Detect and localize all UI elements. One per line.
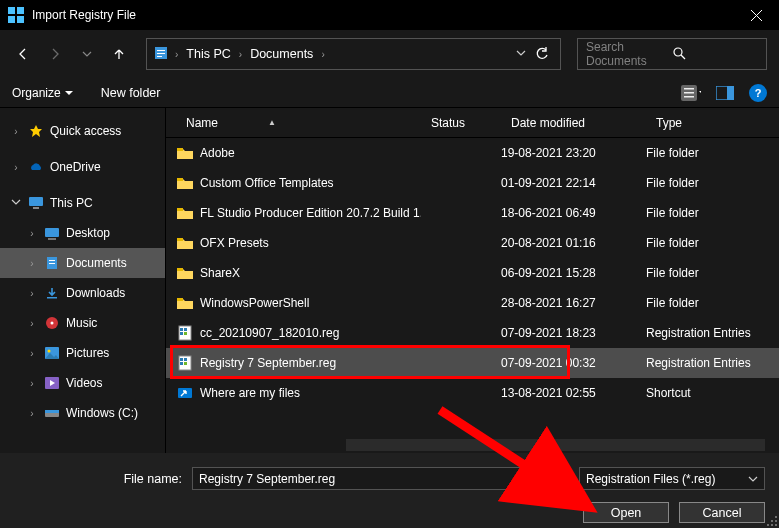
file-type: Registration Entries <box>646 326 779 340</box>
tree-pictures[interactable]: › Pictures <box>0 338 165 368</box>
tree-desktop[interactable]: › Desktop <box>0 218 165 248</box>
refresh-button[interactable] <box>530 47 554 61</box>
tree-label: Videos <box>66 376 102 390</box>
svg-rect-20 <box>45 228 59 237</box>
svg-rect-35 <box>177 208 183 211</box>
file-row[interactable]: OFX Presets20-08-2021 01:16File folder <box>166 228 779 258</box>
forward-button[interactable] <box>44 43 66 65</box>
star-icon <box>28 123 44 139</box>
chevron-down-icon[interactable] <box>552 474 562 484</box>
address-dropdown[interactable] <box>516 47 526 61</box>
view-mode-button[interactable] <box>681 83 701 103</box>
breadcrumb-documents[interactable]: Documents <box>248 47 315 61</box>
file-type: File folder <box>646 176 779 190</box>
title-bar: Import Registry File <box>0 0 779 30</box>
tree-quick-access[interactable]: › Quick access <box>0 116 165 146</box>
file-type-filter[interactable]: Registration Files (*.reg) <box>579 467 765 490</box>
videos-icon <box>44 375 60 391</box>
tree-music[interactable]: › Music <box>0 308 165 338</box>
file-date: 01-09-2021 22:14 <box>501 176 646 190</box>
main-area: › Quick access › OneDrive This PC › Desk… <box>0 108 779 453</box>
file-row[interactable]: Registry 7 September.reg07-09-2021 00:32… <box>166 348 779 378</box>
chevron-down-icon[interactable] <box>748 474 758 484</box>
desktop-icon <box>44 225 60 241</box>
svg-rect-18 <box>29 197 43 206</box>
tree-windows-c[interactable]: › Windows (C:) <box>0 398 165 428</box>
help-button[interactable]: ? <box>749 84 767 102</box>
tree-this-pc[interactable]: This PC <box>0 188 165 218</box>
resize-grip[interactable] <box>766 515 778 527</box>
file-date: 28-08-2021 16:27 <box>501 296 646 310</box>
file-list[interactable]: Name▲ Status Date modified Type Adobe19-… <box>166 108 779 453</box>
tree-videos[interactable]: › Videos <box>0 368 165 398</box>
navigation-tree[interactable]: › Quick access › OneDrive This PC › Desk… <box>0 108 166 453</box>
svg-rect-37 <box>177 268 183 271</box>
file-type: File folder <box>646 206 779 220</box>
filename-input[interactable]: Registry 7 September.reg <box>192 467 569 490</box>
reg-icon <box>176 324 194 342</box>
chevron-right-icon[interactable]: › <box>10 162 22 173</box>
horizontal-scrollbar[interactable] <box>346 439 765 451</box>
svg-rect-47 <box>180 358 183 361</box>
tree-downloads[interactable]: › Downloads <box>0 278 165 308</box>
reg-icon <box>176 354 194 372</box>
recent-dropdown[interactable] <box>76 43 98 65</box>
up-button[interactable] <box>108 43 130 65</box>
column-headers[interactable]: Name▲ Status Date modified Type <box>166 108 779 138</box>
folder-icon <box>176 234 194 252</box>
shortcut-icon <box>176 384 194 402</box>
col-type[interactable]: Type <box>656 116 779 130</box>
file-row[interactable]: Adobe19-08-2021 23:20File folder <box>166 138 779 168</box>
tree-label: Quick access <box>50 124 121 138</box>
breadcrumb-this-pc[interactable]: This PC <box>184 47 232 61</box>
folder-icon <box>176 204 194 222</box>
svg-rect-2 <box>8 16 15 23</box>
chevron-down-icon[interactable] <box>10 197 22 209</box>
pc-icon <box>28 195 44 211</box>
close-button[interactable] <box>733 0 779 30</box>
chevron-right-icon[interactable]: › <box>10 126 22 137</box>
file-row[interactable]: Custom Office Templates01-09-2021 22:14F… <box>166 168 779 198</box>
file-row[interactable]: ShareX06-09-2021 15:28File folder <box>166 258 779 288</box>
file-row[interactable]: WindowsPowerShell28-08-2021 16:27File fo… <box>166 288 779 318</box>
file-date: 07-09-2021 18:23 <box>501 326 646 340</box>
search-icon <box>672 46 758 63</box>
drive-icon <box>44 405 60 421</box>
chevron-right-icon[interactable]: › <box>237 49 244 60</box>
file-row[interactable]: Where are my files13-08-2021 02:55Shortc… <box>166 378 779 408</box>
svg-point-29 <box>48 350 51 353</box>
preview-pane-button[interactable] <box>715 83 735 103</box>
folder-icon <box>176 294 194 312</box>
svg-rect-49 <box>180 362 183 365</box>
svg-rect-15 <box>684 96 694 98</box>
chevron-right-icon[interactable]: › <box>173 49 180 60</box>
tree-documents[interactable]: › Documents <box>0 248 165 278</box>
search-input[interactable]: Search Documents <box>577 38 767 70</box>
col-status[interactable]: Status <box>431 116 511 130</box>
svg-point-10 <box>674 48 682 56</box>
music-icon <box>44 315 60 331</box>
col-name[interactable]: Name <box>186 116 218 130</box>
close-icon <box>751 10 762 21</box>
cancel-button[interactable]: Cancel <box>679 502 765 523</box>
svg-point-56 <box>767 524 769 526</box>
back-button[interactable] <box>12 43 34 65</box>
chevron-right-icon[interactable]: › <box>319 49 326 60</box>
file-name: Custom Office Templates <box>200 176 334 190</box>
svg-rect-24 <box>49 263 55 264</box>
open-button[interactable]: Open <box>583 502 669 523</box>
address-bar[interactable]: › This PC › Documents › <box>146 38 561 70</box>
folder-icon <box>176 174 194 192</box>
col-date[interactable]: Date modified <box>511 116 656 130</box>
organize-button[interactable]: Organize <box>12 86 73 100</box>
file-row[interactable]: cc_20210907_182010.reg07-09-2021 18:23Re… <box>166 318 779 348</box>
file-type: File folder <box>646 266 779 280</box>
new-folder-button[interactable]: New folder <box>101 86 161 100</box>
file-date: 06-09-2021 15:28 <box>501 266 646 280</box>
file-row[interactable]: FL Studio Producer Edition 20.7.2 Build … <box>166 198 779 228</box>
file-name: Adobe <box>200 146 235 160</box>
svg-rect-33 <box>177 148 183 151</box>
svg-rect-51 <box>178 388 192 398</box>
svg-rect-25 <box>47 297 57 299</box>
tree-onedrive[interactable]: › OneDrive <box>0 152 165 182</box>
